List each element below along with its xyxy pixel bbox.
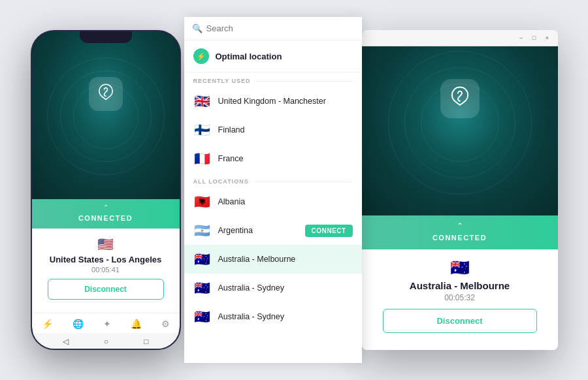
server-item-australia-sydney[interactable]: 🇦🇺 Australia - Sydney bbox=[184, 274, 362, 302]
server-name: Australia - Melbourne bbox=[218, 255, 353, 264]
flag-argentina: 🇦🇷 bbox=[193, 223, 212, 238]
server-name: Australia - Sydney bbox=[218, 283, 353, 293]
phone-connected-label: CONNECTED bbox=[78, 214, 133, 222]
server-item-australia-extra[interactable]: 🇦🇺 Australia - Sydney bbox=[184, 302, 362, 331]
phone-time: 00:05:41 bbox=[42, 266, 169, 274]
flag-australia: 🇦🇺 bbox=[193, 251, 212, 267]
desktop-bottom: CONNECTED 🇦🇺 Australia - Melbourne 00:05… bbox=[362, 215, 558, 350]
server-item-albania[interactable]: 🇦🇱 Albania bbox=[184, 187, 362, 216]
desktop-flag: 🇦🇺 bbox=[375, 259, 545, 277]
server-item-uk-manchester[interactable]: 🇬🇧 United Kingdom - Manchester bbox=[184, 87, 362, 116]
desktop-vpn-window: − □ × CONNECTED 🇦🇺 Australia - Melbourne… bbox=[362, 30, 558, 350]
phone-flag: 🇺🇸 bbox=[42, 236, 169, 252]
search-icon: 🔍 bbox=[192, 24, 203, 33]
desktop-logo bbox=[440, 79, 480, 118]
nav-shield-icon[interactable]: ✦ bbox=[103, 319, 111, 329]
recently-used-label: RECENTLY USED bbox=[184, 72, 362, 87]
server-item-finland[interactable]: 🇫🇮 Finland bbox=[184, 116, 362, 144]
server-name: United Kingdom - Manchester bbox=[218, 97, 353, 106]
nav-alert-icon[interactable]: 🔔 bbox=[131, 319, 142, 329]
phone-nav: ⚡ 🌐 ✦ 🔔 ⚙ bbox=[32, 313, 180, 333]
desktop-connected-label: CONNECTED bbox=[433, 234, 487, 242]
search-bar: 🔍 bbox=[184, 17, 362, 40]
flag-france: 🇫🇷 bbox=[193, 151, 212, 166]
connect-button[interactable]: CONNECT bbox=[305, 225, 353, 237]
minimize-button[interactable]: − bbox=[517, 34, 525, 42]
desktop-time: 00:05:32 bbox=[375, 293, 545, 302]
phone-connected-bar: CONNECTED bbox=[32, 199, 180, 229]
server-name: Finland bbox=[218, 125, 353, 135]
flag-australia-sydney: 🇦🇺 bbox=[193, 280, 212, 296]
phone-disconnect-button[interactable]: Disconnect bbox=[48, 279, 164, 300]
phone-circles bbox=[41, 44, 171, 188]
nav-settings-icon[interactable]: ⚙ bbox=[161, 319, 170, 329]
window-titlebar: − □ × bbox=[362, 30, 558, 46]
phone-bottom: CONNECTED 🇺🇸 United States - Los Angeles… bbox=[32, 199, 180, 349]
desktop-location: Australia - Melbourne bbox=[375, 280, 545, 291]
server-name: France bbox=[218, 154, 353, 163]
search-input[interactable] bbox=[206, 24, 354, 33]
back-icon[interactable]: ◁ bbox=[63, 337, 69, 346]
home-icon[interactable]: ○ bbox=[104, 337, 108, 346]
phone-location: United States - Los Angeles bbox=[42, 255, 169, 264]
flag-albania: 🇦🇱 bbox=[193, 194, 212, 210]
server-list: ⚡ Optimal location RECENTLY USED 🇬🇧 Unit… bbox=[184, 40, 362, 363]
all-locations-label: ALL LOCATIONS bbox=[184, 173, 362, 187]
server-item-france[interactable]: 🇫🇷 France bbox=[184, 144, 362, 173]
nav-vpn-icon[interactable]: ⚡ bbox=[42, 319, 53, 329]
phone-device: CONNECTED 🇺🇸 United States - Los Angeles… bbox=[31, 30, 181, 350]
flag-australia-extra: 🇦🇺 bbox=[193, 309, 212, 325]
server-item-argentina[interactable]: 🇦🇷 Argentina CONNECT bbox=[184, 216, 362, 245]
server-name: Albania bbox=[218, 197, 353, 206]
flag-uk: 🇬🇧 bbox=[193, 93, 212, 109]
desktop-screen bbox=[362, 46, 558, 215]
server-list-panel: 🔍 ⚡ Optimal location RECENTLY USED 🇬🇧 Un… bbox=[184, 17, 362, 363]
flag-finland: 🇫🇮 bbox=[193, 122, 212, 138]
surfshark-desktop-icon bbox=[448, 86, 472, 111]
phone-gesture-bar: ◁ ○ □ bbox=[32, 333, 180, 349]
phone-notch bbox=[80, 31, 132, 43]
maximize-button[interactable]: □ bbox=[531, 34, 538, 42]
desktop-info: 🇦🇺 Australia - Melbourne 00:05:32 Discon… bbox=[362, 249, 558, 350]
surfshark-icon bbox=[95, 84, 116, 104]
desktop-circles bbox=[362, 46, 558, 215]
optimal-icon: ⚡ bbox=[193, 48, 209, 64]
close-button[interactable]: × bbox=[544, 34, 551, 42]
optimal-location-item[interactable]: ⚡ Optimal location bbox=[184, 40, 362, 72]
optimal-label: Optimal location bbox=[216, 52, 282, 61]
desktop-disconnect-button[interactable]: Disconnect bbox=[383, 309, 537, 333]
server-name: Australia - Sydney bbox=[218, 312, 353, 321]
recents-icon[interactable]: □ bbox=[144, 337, 148, 346]
phone-screen bbox=[32, 31, 180, 199]
phone-info: 🇺🇸 United States - Los Angeles 00:05:41 … bbox=[32, 229, 180, 313]
nav-globe-icon[interactable]: 🌐 bbox=[73, 319, 84, 329]
server-name: Argentina bbox=[218, 226, 299, 235]
phone-logo bbox=[89, 77, 123, 111]
desktop-connected-bar: CONNECTED bbox=[362, 215, 558, 249]
server-item-australia-melbourne[interactable]: 🇦🇺 Australia - Melbourne bbox=[184, 245, 362, 274]
